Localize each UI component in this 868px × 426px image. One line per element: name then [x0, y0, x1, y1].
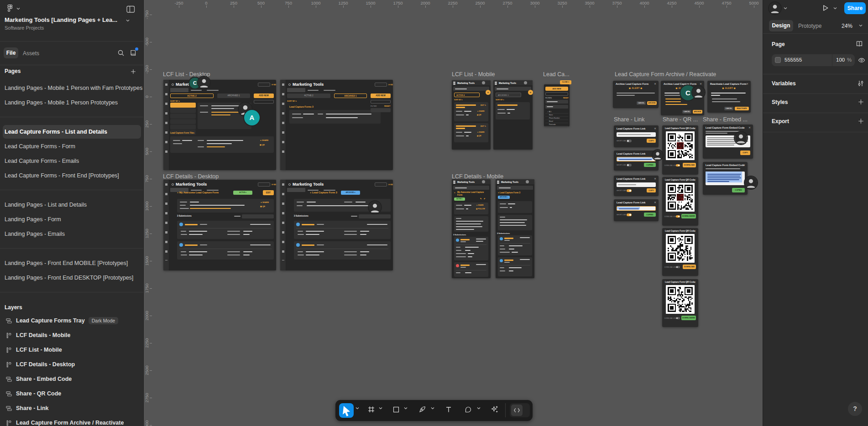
- main-menu-chevron[interactable]: [16, 7, 20, 10]
- collaborator-avatar-photo[interactable]: [198, 77, 210, 88]
- pages-group-divider: [0, 183, 144, 197]
- sidebar-page-item[interactable]: Landing Pages - Mobile 1 Person with Fam…: [0, 81, 144, 95]
- collaborator-avatar-a[interactable]: A: [244, 110, 260, 125]
- dialog-qr-code-4[interactable]: Lead Capture Form QR Code✕ DOWNLOAD LOGO…: [662, 279, 698, 327]
- pages-book-icon[interactable]: [856, 40, 863, 47]
- frame-label-archive-reactivate[interactable]: Lead Capture Form Archive / Reactivate: [615, 71, 716, 78]
- frame-lcf-details-desktop-2[interactable]: Marketing Tools ⟳ EDIT ▾ + Lead Capture …: [280, 180, 393, 270]
- file-title[interactable]: Marketing Tools [Landing Pages + Lea...: [5, 16, 122, 23]
- zoom-chevron[interactable]: [859, 24, 863, 27]
- sidebar-page-item[interactable]: Lead Capture Forms - List and Details: [3, 125, 141, 139]
- actions-tool-button[interactable]: [491, 405, 498, 413]
- page-color-swatch[interactable]: [775, 57, 781, 63]
- frame-lcf-details-desktop-1[interactable]: Marketing Tools ⟳ EDIT ▾ + My Awesome Le…: [163, 180, 276, 270]
- shape-tool-button[interactable]: [392, 406, 400, 413]
- add-export-icon[interactable]: [858, 118, 864, 125]
- frame-label-lcf-details-mobile[interactable]: LCF Details - Mobile: [452, 173, 503, 180]
- sidebar-layer-item[interactable]: Share - Embed Code: [0, 372, 144, 386]
- frame-label-lcf-list-mobile[interactable]: LCF List - Mobile: [452, 71, 495, 78]
- collaborator-avatar-photo-3[interactable]: [692, 86, 705, 99]
- filter-option: ✓ ALL: [545, 110, 568, 114]
- sidebar-page-item[interactable]: Landing Pages - Front End DESKTOP [Proto…: [0, 270, 144, 285]
- collaborator-avatar-photo-5[interactable]: [735, 132, 747, 144]
- sidebar-layer-item[interactable]: LCF List - Mobile: [0, 343, 144, 357]
- toolbar-divider: [505, 403, 506, 417]
- dialog-share-link-3[interactable]: Lead Capture Form Link✕ SHORT LINK COPY: [614, 176, 659, 196]
- page-color-field[interactable]: 555555 100 %: [772, 54, 855, 66]
- frame-label-share-qr[interactable]: Share - QR ...: [663, 116, 698, 123]
- frame-lcf-details-mobile-1[interactable]: Marketing Tools + My Awesome Lead Captur…: [452, 179, 491, 278]
- sidebar-page-item[interactable]: Landing Pages - Front End MOBILE [Protot…: [0, 256, 144, 270]
- move-tool-button[interactable]: [339, 403, 354, 418]
- sidebar-page-item[interactable]: Lead Capture Forms - Emails: [0, 154, 144, 168]
- dialog-share-link-4[interactable]: Lead Capture Form Link✕ SHORT LINK COPIE…: [614, 199, 659, 221]
- tab-file[interactable]: File: [4, 47, 18, 58]
- frame-lcf-list-desktop-1[interactable]: Marketing Tools ⟳ EDIT ▾ ACTIVE 2 ARCHIV…: [163, 80, 276, 170]
- dialog-qr-code-3[interactable]: Lead Capture Form QR Code✕ DOWNLOAD LOGO…: [662, 228, 698, 276]
- collaborator-avatar-photo-4[interactable]: [653, 150, 663, 160]
- pen-tool-button[interactable]: [418, 405, 426, 413]
- dialog-reactivate-lcf[interactable]: Reactivate Lead Capture Form ✕ ◼ ALERT ◼…: [707, 81, 751, 113]
- ruler-x-label: 750: [279, 0, 298, 5]
- dialog-qr-code-1[interactable]: Lead Capture Form QR Code✕ DOWNLOAD LOGO…: [662, 125, 698, 175]
- dialog-archive-lcf-1[interactable]: Archive Lead Capture Form ✕ ◼ ALERT ◼ CA…: [613, 81, 659, 108]
- text-tool-button[interactable]: [445, 406, 452, 413]
- comment-tool-button[interactable]: [465, 406, 472, 413]
- frame-label-lead-ca[interactable]: Lead Ca...: [543, 71, 570, 78]
- dialog-share-link-2[interactable]: Lead Capture Form Link✕ SHORT LINK COPIE…: [614, 151, 659, 171]
- frame-lcf-list-desktop-2[interactable]: Marketing Tools ⟳ EDIT ▾ ACTIVE 2 ARCHIV…: [280, 80, 393, 170]
- zoom-level[interactable]: 24%: [842, 23, 852, 29]
- dialog-embed-code-2[interactable]: Lead Capture Form Embed Code✕ COPIED: [703, 162, 748, 195]
- toggle-sidebar-icon[interactable]: [126, 5, 135, 13]
- sidebar-layer-item[interactable]: Lead Capture Form Archive / Reactivate: [0, 416, 144, 426]
- present-icon[interactable]: [821, 4, 829, 12]
- sidebar-layer-item[interactable]: LCF Details - Mobile: [0, 328, 144, 343]
- add-page-icon[interactable]: [130, 68, 136, 75]
- frame-lcf-details-mobile-2[interactable]: Marketing Tools + Lead Capture Form 3 AR…: [496, 179, 534, 278]
- page-opacity-value[interactable]: 100: [836, 57, 845, 62]
- sidebar-page-item[interactable]: Landing Pages - Emails: [0, 227, 144, 241]
- sidebar-page-item[interactable]: Landing Pages - Mobile 1 Person Prototyp…: [0, 95, 144, 110]
- dev-mode-toggle[interactable]: [510, 403, 530, 417]
- move-tool-chevron[interactable]: [356, 407, 359, 410]
- user-avatar[interactable]: [769, 2, 781, 14]
- dialog-share-link-1[interactable]: Lead Capture Form Link✕ SHORT LINK COPY: [614, 125, 659, 147]
- sidebar-layer-item[interactable]: LCF Details - Desktop: [0, 357, 144, 372]
- project-name[interactable]: Software Projects: [5, 25, 44, 31]
- present-chevron[interactable]: [833, 7, 837, 10]
- sidebar-page-item[interactable]: Lead Capture Forms - Form: [0, 139, 144, 154]
- variables-adjust-icon[interactable]: [857, 80, 864, 87]
- tab-prototype[interactable]: Prototype: [798, 23, 821, 29]
- sidebar-page-item[interactable]: Landing Pages - Form: [0, 212, 144, 227]
- collaborator-avatar-photo-6[interactable]: [745, 177, 757, 189]
- frame-tool-button[interactable]: [367, 405, 375, 413]
- user-menu-chevron[interactable]: [784, 7, 787, 10]
- frame-lcf-list-mobile-2[interactable]: Marketing Tools ARCHIVED 1 SORT BY ▾: [493, 80, 533, 150]
- sidebar-layer-item[interactable]: Share - Link: [0, 401, 144, 416]
- comment-tool-chevron[interactable]: [477, 407, 481, 410]
- sidebar-page-item[interactable]: Lead Capture Forms - Front End [Prototyp…: [0, 168, 144, 183]
- frame-lcf-list-mobile-1[interactable]: Marketing Tools ACTIVE 4 SORT BY ▾ EDIT …: [452, 80, 491, 150]
- collaborator-avatar-photo-7[interactable]: [369, 201, 381, 213]
- sidebar-layer-item[interactable]: Share - QR Code: [0, 386, 144, 401]
- frame-lead-capture-filters[interactable]: ADD NEW FILTERS RESET ✓ ALLNonePhone Num…: [544, 84, 570, 126]
- sidebar-page-item[interactable]: Landing Pages - List and Details: [0, 197, 144, 212]
- help-button[interactable]: ?: [848, 402, 862, 416]
- tab-design[interactable]: Design: [769, 20, 793, 31]
- pen-tool-chevron[interactable]: [431, 407, 434, 410]
- frame-label-share-link[interactable]: Share - Link: [614, 116, 644, 123]
- page-color-hex[interactable]: 555555: [784, 57, 802, 62]
- sidebar-layer-item[interactable]: Lead Capture Forms TrayDark Mode: [0, 313, 144, 328]
- share-button[interactable]: Share: [844, 2, 866, 14]
- shape-tool-chevron[interactable]: [404, 407, 408, 410]
- dialog-qr-code-2[interactable]: Lead Capture Form QR Code✕ DOWNLOAD LOGO…: [662, 177, 698, 226]
- tab-assets[interactable]: Assets: [23, 50, 39, 57]
- frame-label-lcf-details-desktop[interactable]: LCF Details - Desktop: [163, 173, 219, 180]
- file-title-chevron[interactable]: [126, 19, 130, 22]
- add-style-icon[interactable]: [858, 99, 864, 105]
- frame-label-share-embed[interactable]: Share - Embed ...: [703, 116, 748, 123]
- page-visibility-eye-icon[interactable]: [858, 57, 865, 64]
- frame-tool-chevron[interactable]: [379, 407, 382, 410]
- search-icon[interactable]: [117, 49, 125, 57]
- figma-logo-icon[interactable]: [6, 4, 14, 12]
